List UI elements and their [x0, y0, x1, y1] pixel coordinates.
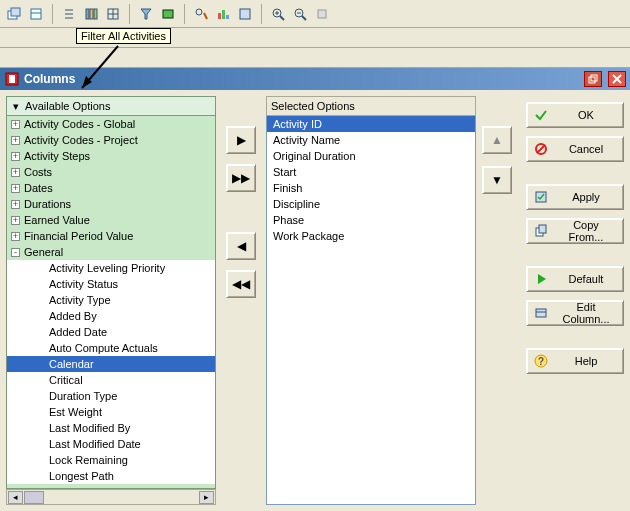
available-options-panel: ▾ Available Options +Activity Codes - Gl… — [6, 96, 216, 505]
tree-item[interactable]: Last Modified By — [7, 420, 215, 436]
tree-category[interactable]: +Activity Codes - Project — [7, 132, 215, 148]
svg-rect-15 — [218, 13, 221, 19]
default-button[interactable]: Default — [526, 266, 624, 292]
horizontal-scrollbar[interactable]: ◂ ▸ — [6, 489, 216, 505]
main-toolbar — [0, 0, 630, 28]
expand-icon[interactable]: + — [11, 152, 20, 161]
add-button[interactable]: ▶ — [226, 126, 256, 154]
tree-item[interactable]: Activity Status — [7, 276, 215, 292]
copy-from-label: Copy From... — [555, 219, 617, 243]
selected-item[interactable]: Activity Name — [267, 132, 475, 148]
tree-category[interactable]: +Activity Codes - Global — [7, 116, 215, 132]
tree-category[interactable]: +Costs — [7, 164, 215, 180]
svg-line-20 — [280, 16, 284, 20]
filter-icon[interactable] — [138, 6, 154, 22]
tree-label: Activity Codes - Global — [24, 118, 135, 130]
ok-button[interactable]: OK — [526, 102, 624, 128]
scroll-thumb[interactable] — [24, 491, 44, 504]
dialog-title: Columns — [24, 72, 578, 86]
collapse-icon[interactable]: - — [11, 248, 20, 257]
tree-item[interactable]: Activity Leveling Priority — [7, 260, 215, 276]
scroll-right-icon[interactable]: ▸ — [199, 491, 214, 504]
tree-item[interactable]: Lock Remaining — [7, 452, 215, 468]
cancel-icon — [533, 141, 549, 157]
tree-item[interactable]: Last Modified Date — [7, 436, 215, 452]
toolbar-icon-9[interactable] — [215, 6, 231, 22]
help-label: Help — [555, 355, 617, 367]
svg-text:?: ? — [538, 356, 544, 367]
tree-category-general[interactable]: -General — [7, 244, 215, 260]
tree-label: Costs — [24, 166, 52, 178]
cancel-button[interactable]: Cancel — [526, 136, 624, 162]
restore-icon[interactable] — [584, 71, 602, 87]
tree-category[interactable]: +Earned Value — [7, 212, 215, 228]
tree-item[interactable]: Activity Type — [7, 292, 215, 308]
selected-item[interactable]: Work Package — [267, 228, 475, 244]
toolbar-icon-13[interactable] — [314, 6, 330, 22]
selected-item[interactable]: Finish — [267, 180, 475, 196]
help-button[interactable]: ? Help — [526, 348, 624, 374]
expand-icon[interactable]: + — [11, 216, 20, 225]
toolbar-icon-5[interactable] — [105, 6, 121, 22]
svg-rect-38 — [539, 225, 546, 233]
selected-item[interactable]: Activity ID — [267, 116, 475, 132]
selected-options-panel: Selected Options Activity IDActivity Nam… — [266, 96, 476, 505]
zoom-in-icon[interactable] — [270, 6, 286, 22]
tree-label: Dates — [24, 182, 53, 194]
svg-point-14 — [196, 9, 202, 15]
tree-category[interactable]: +Durations — [7, 196, 215, 212]
columns-icon[interactable] — [83, 6, 99, 22]
selected-options-list[interactable]: Activity IDActivity NameOriginal Duratio… — [266, 116, 476, 505]
apply-button[interactable]: Apply — [526, 184, 624, 210]
available-options-header[interactable]: ▾ Available Options — [6, 96, 216, 116]
toolbar-icon-3[interactable] — [61, 6, 77, 22]
tree-item[interactable]: Est Weight — [7, 404, 215, 420]
tree-item[interactable]: Critical — [7, 372, 215, 388]
mover-buttons: ▶ ▶▶ ◀ ◀◀ — [216, 96, 266, 505]
expand-icon[interactable]: + — [11, 184, 20, 193]
tree-item[interactable]: Added Date — [7, 324, 215, 340]
tree-item[interactable]: Longest Path — [7, 468, 215, 484]
zoom-out-icon[interactable] — [292, 6, 308, 22]
dialog-body: ▾ Available Options +Activity Codes - Gl… — [0, 90, 630, 511]
svg-rect-18 — [240, 9, 250, 19]
toolbar-icon-7[interactable] — [160, 6, 176, 22]
available-options-tree[interactable]: +Activity Codes - Global+Activity Codes … — [6, 116, 216, 489]
remove-button[interactable]: ◀ — [226, 232, 256, 260]
tree-category[interactable]: +Activity Steps — [7, 148, 215, 164]
copy-from-button[interactable]: Copy From... — [526, 218, 624, 244]
tree-item[interactable]: Added By — [7, 308, 215, 324]
add-all-button[interactable]: ▶▶ — [226, 164, 256, 192]
toolbar-icon-8[interactable] — [193, 6, 209, 22]
toolbar-icon-2[interactable] — [28, 6, 44, 22]
selected-item[interactable]: Original Duration — [267, 148, 475, 164]
tree-label: Activity Steps — [24, 150, 90, 162]
svg-rect-16 — [222, 10, 225, 19]
expand-icon[interactable]: + — [11, 232, 20, 241]
tooltip-text: Filter All Activities — [76, 28, 171, 44]
selected-item[interactable]: Discipline — [267, 196, 475, 212]
expand-icon[interactable]: + — [11, 168, 20, 177]
move-up-button[interactable]: ▲ — [482, 126, 512, 154]
tree-category[interactable]: +Financial Period Value — [7, 228, 215, 244]
toolbar-icon-1[interactable] — [6, 6, 22, 22]
tree-item[interactable]: Duration Type — [7, 388, 215, 404]
selected-item[interactable]: Start — [267, 164, 475, 180]
cancel-label: Cancel — [555, 143, 617, 155]
svg-rect-39 — [536, 309, 546, 317]
edit-column-button[interactable]: Edit Column... — [526, 300, 624, 326]
expand-icon[interactable]: + — [11, 200, 20, 209]
toolbar-icon-10[interactable] — [237, 6, 253, 22]
tree-item[interactable]: Auto Compute Actuals — [7, 340, 215, 356]
tree-item[interactable]: Calendar — [7, 356, 215, 372]
remove-all-button[interactable]: ◀◀ — [226, 270, 256, 298]
close-icon[interactable] — [608, 71, 626, 87]
svg-rect-29 — [591, 75, 597, 81]
expand-icon[interactable]: + — [11, 136, 20, 145]
selected-item[interactable]: Phase — [267, 212, 475, 228]
scroll-left-icon[interactable]: ◂ — [8, 491, 23, 504]
move-down-button[interactable]: ▼ — [482, 166, 512, 194]
expand-icon[interactable]: + — [11, 120, 20, 129]
svg-rect-28 — [589, 77, 595, 83]
tree-category[interactable]: +Dates — [7, 180, 215, 196]
